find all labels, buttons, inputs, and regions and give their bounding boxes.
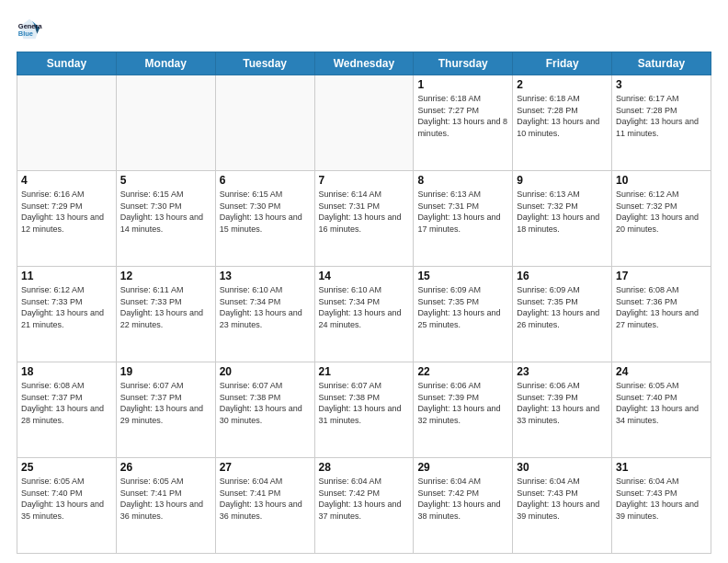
calendar-cell: 14Sunrise: 6:10 AM Sunset: 7:34 PM Dayli… [314,267,414,362]
day-number: 30 [517,461,608,474]
day-info: Sunrise: 6:17 AM Sunset: 7:28 PM Dayligh… [616,93,707,139]
day-number: 26 [120,461,211,474]
day-number: 27 [220,461,311,474]
day-number: 21 [319,365,410,378]
day-number: 31 [616,461,707,474]
day-number: 19 [120,365,211,378]
day-number: 18 [21,365,112,378]
calendar-cell: 25Sunrise: 6:05 AM Sunset: 7:40 PM Dayli… [17,458,117,554]
day-number: 14 [319,270,410,282]
calendar-cell: 7Sunrise: 6:14 AM Sunset: 7:31 PM Daylig… [314,171,414,267]
day-number: 11 [21,270,112,282]
calendar-cell: 12Sunrise: 6:11 AM Sunset: 7:33 PM Dayli… [116,267,215,362]
calendar-cell: 15Sunrise: 6:09 AM Sunset: 7:35 PM Dayli… [414,267,513,362]
day-info: Sunrise: 6:13 AM Sunset: 7:31 PM Dayligh… [417,189,508,235]
calendar-cell: 30Sunrise: 6:04 AM Sunset: 7:43 PM Dayli… [513,458,612,554]
calendar-cell: 27Sunrise: 6:04 AM Sunset: 7:41 PM Dayli… [215,458,314,554]
weekday-header-saturday: Saturday [612,52,711,75]
day-info: Sunrise: 6:05 AM Sunset: 7:40 PM Dayligh… [21,476,112,522]
day-info: Sunrise: 6:04 AM Sunset: 7:43 PM Dayligh… [616,476,707,522]
calendar-cell: 22Sunrise: 6:06 AM Sunset: 7:39 PM Dayli… [414,362,513,458]
day-number: 7 [319,174,410,187]
logo-icon: General Blue [17,17,42,42]
day-number: 29 [417,461,508,474]
calendar-cell: 24Sunrise: 6:05 AM Sunset: 7:40 PM Dayli… [612,362,711,458]
day-info: Sunrise: 6:06 AM Sunset: 7:39 PM Dayligh… [517,380,608,426]
day-info: Sunrise: 6:10 AM Sunset: 7:34 PM Dayligh… [220,284,311,330]
day-info: Sunrise: 6:09 AM Sunset: 7:35 PM Dayligh… [517,284,608,330]
day-info: Sunrise: 6:05 AM Sunset: 7:41 PM Dayligh… [120,476,211,522]
calendar-cell [17,75,117,171]
day-info: Sunrise: 6:07 AM Sunset: 7:38 PM Dayligh… [319,380,410,426]
page: General Blue SundayMondayTuesdayWednesda… [0,0,728,563]
day-info: Sunrise: 6:14 AM Sunset: 7:31 PM Dayligh… [319,189,410,235]
weekday-header-thursday: Thursday [414,52,513,75]
day-info: Sunrise: 6:16 AM Sunset: 7:29 PM Dayligh… [21,189,112,235]
day-info: Sunrise: 6:12 AM Sunset: 7:33 PM Dayligh… [21,284,112,330]
day-info: Sunrise: 6:09 AM Sunset: 7:35 PM Dayligh… [417,284,508,330]
day-number: 6 [220,174,311,187]
day-number: 2 [517,78,608,91]
weekday-header-monday: Monday [116,52,215,75]
weekday-header-tuesday: Tuesday [215,52,314,75]
day-info: Sunrise: 6:05 AM Sunset: 7:40 PM Dayligh… [616,380,707,426]
day-info: Sunrise: 6:04 AM Sunset: 7:41 PM Dayligh… [220,476,311,522]
calendar-cell: 17Sunrise: 6:08 AM Sunset: 7:36 PM Dayli… [612,267,711,362]
day-info: Sunrise: 6:13 AM Sunset: 7:32 PM Dayligh… [517,189,608,235]
day-number: 23 [517,365,608,378]
day-info: Sunrise: 6:07 AM Sunset: 7:38 PM Dayligh… [220,380,311,426]
calendar-cell: 6Sunrise: 6:15 AM Sunset: 7:30 PM Daylig… [215,171,314,267]
day-number: 10 [616,174,707,187]
day-info: Sunrise: 6:06 AM Sunset: 7:39 PM Dayligh… [417,380,508,426]
calendar-cell: 11Sunrise: 6:12 AM Sunset: 7:33 PM Dayli… [17,267,117,362]
day-info: Sunrise: 6:15 AM Sunset: 7:30 PM Dayligh… [120,189,211,235]
calendar-cell: 10Sunrise: 6:12 AM Sunset: 7:32 PM Dayli… [612,171,711,267]
calendar-cell: 5Sunrise: 6:15 AM Sunset: 7:30 PM Daylig… [116,171,215,267]
day-number: 1 [417,78,508,91]
calendar-cell: 18Sunrise: 6:08 AM Sunset: 7:37 PM Dayli… [17,362,117,458]
day-number: 16 [517,270,608,282]
day-number: 24 [616,365,707,378]
svg-text:Blue: Blue [18,29,33,38]
weekday-header-friday: Friday [513,52,612,75]
day-info: Sunrise: 6:07 AM Sunset: 7:37 PM Dayligh… [120,380,211,426]
calendar-cell: 2Sunrise: 6:18 AM Sunset: 7:28 PM Daylig… [513,75,612,171]
calendar-cell: 8Sunrise: 6:13 AM Sunset: 7:31 PM Daylig… [414,171,513,267]
day-info: Sunrise: 6:08 AM Sunset: 7:36 PM Dayligh… [616,284,707,330]
calendar-cell: 20Sunrise: 6:07 AM Sunset: 7:38 PM Dayli… [215,362,314,458]
day-info: Sunrise: 6:04 AM Sunset: 7:42 PM Dayligh… [417,476,508,522]
calendar-cell: 28Sunrise: 6:04 AM Sunset: 7:42 PM Dayli… [314,458,414,554]
calendar-cell [116,75,215,171]
day-number: 13 [220,270,311,282]
day-number: 20 [220,365,311,378]
calendar-cell: 4Sunrise: 6:16 AM Sunset: 7:29 PM Daylig… [17,171,117,267]
calendar-cell: 19Sunrise: 6:07 AM Sunset: 7:37 PM Dayli… [116,362,215,458]
calendar-cell: 1Sunrise: 6:18 AM Sunset: 7:27 PM Daylig… [414,75,513,171]
day-info: Sunrise: 6:12 AM Sunset: 7:32 PM Dayligh… [616,189,707,235]
day-number: 25 [21,461,112,474]
calendar-cell [215,75,314,171]
calendar-cell: 26Sunrise: 6:05 AM Sunset: 7:41 PM Dayli… [116,458,215,554]
calendar-cell: 13Sunrise: 6:10 AM Sunset: 7:34 PM Dayli… [215,267,314,362]
day-number: 5 [120,174,211,187]
day-number: 8 [417,174,508,187]
day-info: Sunrise: 6:18 AM Sunset: 7:27 PM Dayligh… [417,93,508,139]
day-number: 12 [120,270,211,282]
day-info: Sunrise: 6:15 AM Sunset: 7:30 PM Dayligh… [220,189,311,235]
day-info: Sunrise: 6:18 AM Sunset: 7:28 PM Dayligh… [517,93,608,139]
calendar-cell: 23Sunrise: 6:06 AM Sunset: 7:39 PM Dayli… [513,362,612,458]
day-info: Sunrise: 6:11 AM Sunset: 7:33 PM Dayligh… [120,284,211,330]
calendar-cell: 21Sunrise: 6:07 AM Sunset: 7:38 PM Dayli… [314,362,414,458]
day-number: 15 [417,270,508,282]
day-info: Sunrise: 6:08 AM Sunset: 7:37 PM Dayligh… [21,380,112,426]
day-number: 9 [517,174,608,187]
day-number: 22 [417,365,508,378]
calendar-table: SundayMondayTuesdayWednesdayThursdayFrid… [17,52,711,554]
day-number: 17 [616,270,707,282]
weekday-header-sunday: Sunday [17,52,117,75]
calendar-cell: 3Sunrise: 6:17 AM Sunset: 7:28 PM Daylig… [612,75,711,171]
calendar-cell: 9Sunrise: 6:13 AM Sunset: 7:32 PM Daylig… [513,171,612,267]
day-info: Sunrise: 6:04 AM Sunset: 7:42 PM Dayligh… [319,476,410,522]
calendar-cell: 16Sunrise: 6:09 AM Sunset: 7:35 PM Dayli… [513,267,612,362]
calendar-cell: 31Sunrise: 6:04 AM Sunset: 7:43 PM Dayli… [612,458,711,554]
